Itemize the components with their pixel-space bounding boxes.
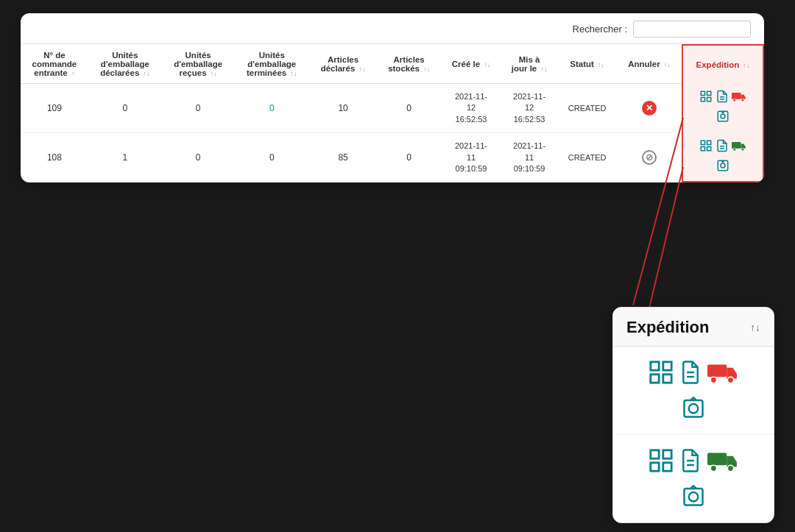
zoom-icons-main-1	[649, 360, 738, 391]
zoom-truck-icon-red[interactable]	[707, 360, 738, 391]
svg-rect-36	[663, 450, 671, 458]
col-created[interactable]: Créé le ↑↓	[441, 45, 501, 84]
cell-astk-108: 0	[377, 133, 441, 182]
svg-point-18	[733, 148, 736, 151]
cell-ufin-108: 0	[234, 133, 309, 182]
zoom-truck-icon-green[interactable]	[707, 448, 738, 479]
truck-icon-red[interactable]	[732, 90, 746, 107]
sort-icon-recv: ↑↓	[211, 70, 217, 77]
col-articles-stocked[interactable]: Articlesstockés ↑↓	[377, 45, 441, 84]
cell-order-108: 108	[21, 133, 88, 182]
cell-status-109: CREATED	[557, 84, 616, 133]
svg-point-42	[710, 465, 716, 471]
scan-doc-icon[interactable]	[699, 90, 713, 106]
svg-point-34	[689, 404, 699, 414]
sort-icon-fin: ↑↓	[290, 70, 297, 77]
document-icon-2[interactable]	[716, 139, 729, 155]
zoom-header: Expédition ↑↓	[613, 308, 774, 347]
col-units-received[interactable]: Unitésd'emballagereçues ↑↓	[162, 45, 234, 84]
svg-rect-11	[701, 141, 704, 145]
svg-rect-2	[701, 98, 704, 102]
svg-rect-30	[707, 365, 727, 377]
svg-point-43	[727, 465, 733, 471]
sort-icon-status: ↑↓	[598, 61, 604, 68]
zoom-row-2	[613, 435, 774, 522]
zoom-photo-icon-2[interactable]	[682, 487, 705, 511]
photo-icon-2[interactable]	[716, 159, 729, 176]
zoom-document-icon-2[interactable]	[679, 448, 702, 479]
cell-ufin-109: 0	[234, 84, 309, 133]
search-input[interactable]	[633, 21, 751, 38]
cell-expedition-108	[682, 133, 763, 182]
svg-point-21	[721, 163, 725, 168]
sort-icon-decl: ↑↓	[143, 70, 149, 77]
expedition-photo-row2	[686, 159, 760, 176]
photo-icon-1[interactable]	[716, 110, 729, 127]
svg-point-8	[741, 99, 744, 102]
sort-icon-cancel: ↑↓	[664, 61, 671, 68]
col-order-num[interactable]: N° decommandeentrante ↑	[21, 45, 88, 84]
cancel-red-icon[interactable]: ✕	[642, 101, 657, 116]
svg-rect-26	[651, 375, 659, 383]
cell-urecv-109: 0	[162, 84, 234, 133]
svg-point-32	[727, 377, 733, 383]
zoom-sort-icon[interactable]: ↑↓	[750, 322, 760, 333]
sort-icon-artdecl: ↑↓	[359, 65, 366, 73]
cell-astk-109: 0	[377, 84, 441, 133]
svg-point-19	[741, 148, 744, 151]
cell-updated-108: 2021-11-1109:10:59	[501, 133, 558, 182]
zoom-icons-main-2	[649, 448, 738, 479]
cell-status-108: CREATED	[557, 133, 616, 182]
sort-icon-updated: ↑↓	[540, 65, 547, 73]
zoom-photo-icon-1[interactable]	[682, 399, 705, 423]
svg-rect-24	[651, 362, 659, 370]
cell-udecl-108: 1	[88, 133, 162, 182]
svg-point-7	[733, 99, 736, 102]
search-bar: Rechercher :	[21, 13, 764, 44]
search-label: Rechercher :	[573, 24, 627, 35]
cell-created-108: 2021-11-1109:10:59	[441, 133, 501, 182]
cell-created-109: 2021-11-1216:52:53	[441, 84, 501, 133]
cell-updated-109: 2021-11-1216:52:53	[501, 84, 558, 133]
table-row: 109 0 0 0 10 0 2021-11-1216:52:53 2021-1…	[21, 84, 763, 133]
col-articles-declared[interactable]: Articlesdéclarés ↑↓	[309, 45, 377, 84]
svg-rect-37	[651, 463, 659, 471]
svg-rect-0	[701, 92, 704, 96]
cell-expedition-109	[682, 84, 763, 133]
sort-icon-created: ↑↓	[484, 61, 490, 68]
col-units-finished[interactable]: Unitésd'emballageterminées ↑↓	[234, 45, 309, 84]
table-row: 108 1 0 0 85 0 2021-11-1109:10:59 2021-1…	[21, 133, 763, 182]
sort-icon-order: ↑	[71, 70, 75, 77]
zoom-scan-icon-1[interactable]	[649, 360, 674, 391]
col-updated[interactable]: Mis àjour le ↑↓	[501, 45, 558, 84]
expedition-icons-row2	[686, 139, 760, 156]
cell-cancel-108[interactable]: ⊘	[617, 133, 682, 182]
svg-point-10	[721, 114, 725, 118]
cell-adecl-109: 10	[309, 84, 377, 133]
svg-rect-27	[663, 375, 671, 383]
svg-rect-44	[685, 489, 703, 506]
svg-rect-35	[651, 450, 659, 458]
zoom-scan-icon-2[interactable]	[649, 448, 674, 479]
cell-udecl-109: 0	[88, 84, 162, 133]
col-units-declared[interactable]: Unitésd'emballagedéclarées ↑↓	[88, 45, 162, 84]
svg-rect-1	[707, 92, 711, 96]
svg-point-45	[689, 492, 699, 502]
expedition-photo-row1	[686, 110, 760, 127]
data-table: N° decommandeentrante ↑ Unitésd'emballag…	[21, 44, 764, 182]
col-expedition[interactable]: Expédition ↑↓	[682, 45, 763, 84]
zoom-row-1	[613, 347, 774, 435]
zoom-document-icon-1[interactable]	[679, 360, 702, 391]
cancel-gray-icon[interactable]: ⊘	[642, 150, 657, 165]
document-icon[interactable]	[716, 90, 729, 106]
zoom-photo-row-2	[682, 485, 705, 512]
col-status[interactable]: Statut ↑↓	[557, 45, 616, 84]
cell-order-109: 109	[21, 84, 88, 133]
svg-rect-38	[663, 463, 671, 471]
scan-doc-icon-2[interactable]	[699, 139, 713, 155]
col-cancel[interactable]: Annuler ↑↓	[617, 45, 682, 84]
svg-rect-12	[707, 141, 711, 145]
cell-cancel-109[interactable]: ✕	[617, 84, 682, 133]
truck-icon-green[interactable]	[732, 139, 746, 156]
cell-adecl-108: 85	[309, 133, 377, 182]
